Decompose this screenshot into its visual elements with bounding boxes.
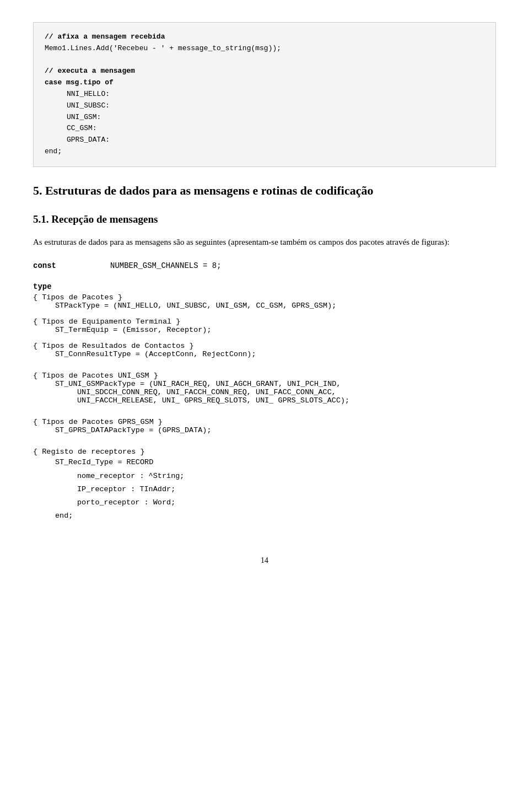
code-case-items: NNI_HELLO: UNI_SUBSC: UNI_GSM: CC_GSM: G… bbox=[67, 89, 484, 146]
type-comment-6: { Registo de receptores } bbox=[33, 448, 496, 456]
intro-paragraph: As estruturas de dados para as mensagens… bbox=[33, 235, 496, 250]
type-group-terminal: { Tipos de Equipamento Terminal } ST_Ter… bbox=[33, 318, 496, 334]
case-item-4: CC_GSM: bbox=[67, 123, 484, 135]
record-end: end; bbox=[55, 509, 496, 523]
const-keyword: const bbox=[33, 261, 110, 270]
record-field-1: nome_receptor : ^String; bbox=[77, 470, 496, 483]
record-header: ST_RecId_Type = RECORD bbox=[55, 456, 496, 469]
type-group-gprs-gsm: { Tipos de Pacotes GPRS_GSM } ST_GPRS_DA… bbox=[33, 418, 496, 434]
type-def-1: STPackType = (NNI_HELLO, UNI_SUBSC, UNI_… bbox=[55, 302, 496, 310]
subsection-number: 5.1. bbox=[33, 213, 49, 225]
record-field-2: IP_receptor : TInAddr; bbox=[77, 483, 496, 496]
type-comment-5: { Tipos de Pacotes GPRS_GSM } bbox=[33, 418, 496, 426]
code-line-case: case msg.tipo of bbox=[45, 77, 484, 89]
type-comment-2: { Tipos de Equipamento Terminal } bbox=[33, 318, 496, 326]
type-comment-4: { Tipos de Pacotes UNI_GSM } bbox=[33, 372, 496, 380]
case-item-5: GPRS_DATA: bbox=[67, 135, 484, 146]
code-end: end; bbox=[45, 146, 484, 158]
type-comment-3: { Tipos de Resultados de Contactos } bbox=[33, 342, 496, 350]
section-number: 5. bbox=[33, 184, 42, 197]
code-line-comment2: // executa a mensagem bbox=[45, 66, 484, 77]
code-line-comment1: // afixa a mensagem recebida bbox=[45, 31, 484, 43]
const-value: NUMBER_GSM_CHANNELS = 8; bbox=[110, 261, 222, 270]
top-code-block: // afixa a mensagem recebida Memo1.Lines… bbox=[33, 22, 496, 167]
const-line: const NUMBER_GSM_CHANNELS = 8; bbox=[33, 261, 496, 270]
record-field-3: porto_receptor : Word; bbox=[77, 496, 496, 509]
case-item-3: UNI_GSM: bbox=[67, 112, 484, 123]
type-def-3: ST_ConnResultType = (AcceptConn, RejectC… bbox=[55, 350, 496, 358]
case-item-2: UNI_SUBSC: bbox=[67, 100, 484, 112]
type-def-4a: ST_UNI_GSMPackType = (UNI_RACH_REQ, UNI_… bbox=[55, 380, 496, 388]
type-comment-1: { Tipos de Pacotes } bbox=[33, 293, 496, 302]
section-title: Estruturas de dados para as mensagens e … bbox=[45, 184, 373, 197]
type-group-pacotes: { Tipos de Pacotes } STPackType = (NNI_H… bbox=[33, 293, 496, 310]
type-group-uni-gsm: { Tipos de Pacotes UNI_GSM } ST_UNI_GSMP… bbox=[33, 372, 496, 405]
type-group-contactos: { Tipos de Resultados de Contactos } ST_… bbox=[33, 342, 496, 358]
subsection-heading: 5.1. Recepção de mensagens bbox=[33, 213, 496, 225]
type-def-2: ST_TermEquip = (Emissor, Receptor); bbox=[55, 326, 496, 334]
case-item-1: NNI_HELLO: bbox=[67, 89, 484, 100]
subsection-title: Recepção de mensagens bbox=[51, 213, 158, 225]
type-block: type { Tipos de Pacotes } STPackType = (… bbox=[33, 282, 496, 523]
record-block: ST_RecId_Type = RECORD nome_receptor : ^… bbox=[33, 456, 496, 523]
section-heading: 5. Estruturas de dados para as mensagens… bbox=[33, 184, 496, 198]
type-def-4b: UNI_SDCCH_CONN_REQ, UNI_FACCH_CONN_REQ, … bbox=[77, 388, 496, 396]
type-def-4c: UNI_FACCH_RELEASE, UNI_ GPRS_REQ_SLOTS, … bbox=[77, 396, 496, 405]
type-group-registo: { Registo de receptores } ST_RecId_Type … bbox=[33, 448, 496, 523]
page-number: 14 bbox=[33, 556, 496, 565]
type-keyword: type bbox=[33, 282, 496, 291]
type-def-5: ST_GPRS_DATAPackType = (GPRS_DATA); bbox=[55, 426, 496, 434]
code-line-memo: Memo1.Lines.Add('Recebeu - ' + message_t… bbox=[45, 43, 484, 55]
